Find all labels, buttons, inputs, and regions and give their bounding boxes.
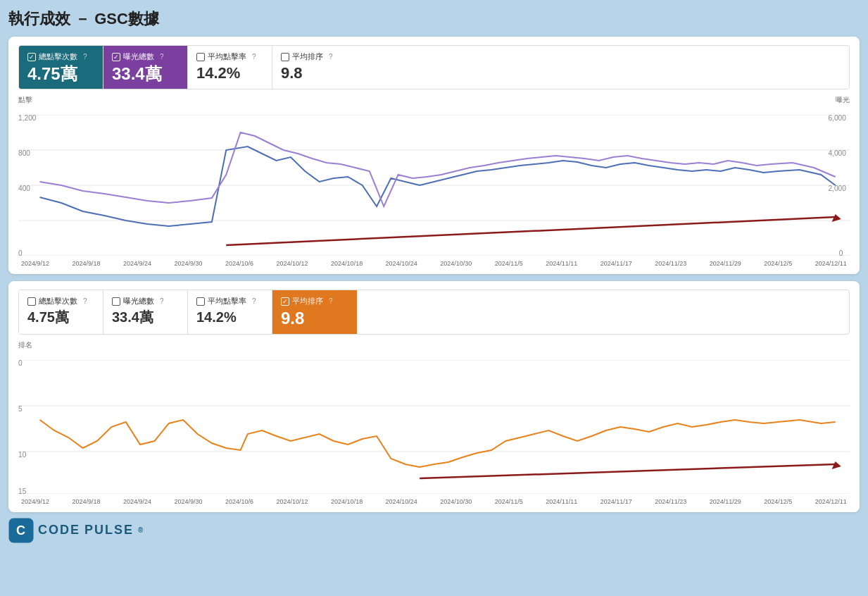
impressions-checkbox [112, 53, 120, 61]
page-title: 執行成效 － GSC數據 [8, 8, 860, 30]
y-right-label-1: 曝光 [836, 95, 850, 105]
x-axis-labels-2: 2024/9/12 2024/9/18 2024/9/24 2024/9/30 … [18, 498, 850, 505]
svg-line-13 [226, 217, 835, 245]
svg-text:800: 800 [18, 149, 30, 157]
svg-text:4,000: 4,000 [828, 149, 846, 157]
c2-clicks-checkbox [27, 297, 36, 306]
brand-name-2: PULSE [84, 523, 134, 538]
svg-text:5: 5 [18, 405, 23, 413]
ctr-checkbox [196, 53, 205, 61]
chart-svg-1: 1,200 800 400 0 6,000 4,000 2,000 0 [18, 115, 850, 256]
chart-area-2: 排名 0 5 10 15 2024/9/12 [18, 340, 850, 505]
metric-position[interactable]: 平均排序 ? 9.8 [272, 46, 357, 89]
ranking-line [40, 420, 836, 467]
chart-area-1: 點擊 曝光 1,200 800 400 0 6,000 4,000 2,000 [18, 95, 850, 267]
position-value: 9.8 [281, 65, 346, 82]
svg-text:0: 0 [839, 249, 843, 256]
position-label: 平均排序 [292, 51, 323, 62]
clicks-line [40, 147, 836, 226]
impressions-label: 曝光總數 [123, 51, 154, 62]
c2-ctr-label: 平均點擊率 [208, 296, 246, 306]
c2-impressions-value: 33.4萬 [112, 309, 176, 325]
c2-ctr-info: ? [252, 297, 256, 305]
c2-position-info: ? [329, 297, 333, 305]
codepulse-logo-icon: C [8, 518, 34, 543]
impressions-info: ? [160, 53, 164, 61]
y-left-label-1: 點擊 [18, 95, 32, 105]
metric-ctr[interactable]: 平均點擊率 ? 14.2% [188, 46, 272, 89]
c2-position-value: 9.8 [281, 309, 346, 328]
clicks-info: ? [83, 53, 87, 61]
registered-mark: ® [138, 526, 144, 534]
c2-clicks-label: 總點擊次數 [39, 296, 77, 306]
svg-line-23 [420, 464, 836, 478]
metrics-row-2: 總點擊次數 ? 4.75萬 曝光總數 ? 33.4萬 平均點擊率 ? 14.2% [18, 290, 850, 334]
svg-text:1,200: 1,200 [18, 115, 37, 122]
svg-text:15: 15 [18, 488, 27, 494]
svg-text:10: 10 [18, 451, 27, 459]
impressions-line [40, 132, 836, 206]
c2-clicks-value: 4.75萬 [27, 309, 92, 325]
metric2-ctr[interactable]: 平均點擊率 ? 14.2% [188, 290, 272, 333]
impressions-value: 33.4萬 [112, 65, 176, 83]
svg-text:C: C [16, 523, 26, 538]
position-checkbox [281, 53, 289, 61]
ctr-info: ? [252, 53, 256, 61]
svg-text:2,000: 2,000 [828, 185, 846, 192]
x-axis-labels-1: 2024/9/12 2024/9/18 2024/9/24 2024/9/30 … [18, 260, 850, 267]
c2-clicks-info: ? [83, 297, 87, 305]
metric2-position[interactable]: 平均排序 ? 9.8 [272, 290, 357, 333]
metrics-row-1: 總點擊次數 ? 4.75萬 曝光總數 ? 33.4萬 平均點擊率 ? 14.2% [18, 45, 850, 89]
clicks-checkbox [27, 53, 36, 61]
metric-impressions[interactable]: 曝光總數 ? 33.4萬 [103, 46, 188, 89]
c2-ctr-checkbox [196, 297, 205, 306]
metric2-impressions[interactable]: 曝光總數 ? 33.4萬 [103, 290, 188, 333]
brand-name: CODE [38, 523, 80, 538]
svg-marker-24 [832, 461, 841, 469]
c2-impressions-label: 曝光總數 [123, 296, 154, 306]
c2-impressions-info: ? [160, 297, 164, 305]
svg-text:0: 0 [18, 360, 23, 367]
c2-ctr-value: 14.2% [196, 309, 260, 325]
c2-impressions-checkbox [112, 297, 120, 306]
metric2-clicks[interactable]: 總點擊次數 ? 4.75萬 [19, 290, 103, 333]
clicks-label: 總點擊次數 [39, 51, 77, 62]
brand-logo: C CODEPULSE® [8, 518, 144, 543]
svg-text:400: 400 [18, 185, 30, 192]
ctr-label: 平均點擊率 [208, 51, 246, 62]
metric-clicks[interactable]: 總點擊次數 ? 4.75萬 [19, 46, 103, 89]
footer: C CODEPULSE® [8, 518, 860, 543]
position-info: ? [329, 53, 333, 61]
clicks-value: 4.75萬 [27, 65, 92, 83]
chart-panel-1: 總點擊次數 ? 4.75萬 曝光總數 ? 33.4萬 平均點擊率 ? 14.2% [8, 37, 860, 274]
svg-text:0: 0 [18, 249, 23, 256]
chart-svg-2: 0 5 10 15 [18, 360, 850, 494]
svg-text:6,000: 6,000 [828, 115, 846, 122]
c2-position-label: 平均排序 [292, 296, 323, 306]
ctr-value: 14.2% [196, 65, 260, 82]
chart-panel-2: 總點擊次數 ? 4.75萬 曝光總數 ? 33.4萬 平均點擊率 ? 14.2% [8, 281, 860, 511]
y-left-label-2: 排名 [18, 341, 32, 349]
c2-position-checkbox [281, 297, 289, 306]
